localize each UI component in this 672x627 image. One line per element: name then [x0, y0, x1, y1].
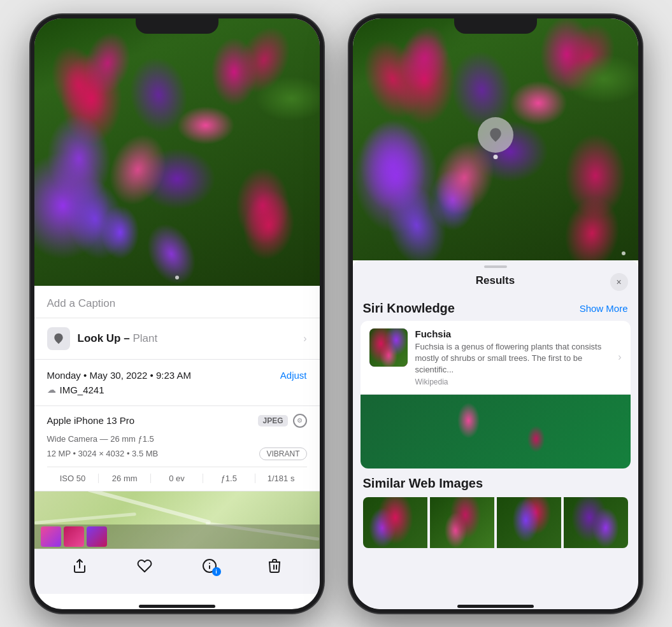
exif-shutter: 1/181 s [255, 474, 307, 483]
knowledge-card: Fuchsia Fuchsia is a genus of flowering … [361, 321, 631, 468]
web-images-section: Similar Web Images [353, 470, 638, 553]
resolution-text: 12 MP • 3024 × 4032 • 3.5 MB [47, 449, 159, 458]
show-more-button[interactable]: Show More [580, 303, 628, 314]
photo-dot-1 [175, 276, 179, 279]
fuchsia-chevron-icon: › [618, 351, 621, 363]
camera-badges: JPEG ⚙ [258, 414, 306, 428]
bottom-toolbar: i [34, 549, 320, 594]
siri-section-title: Siri Knowledge [363, 301, 455, 316]
exif-aperture: ƒ1.5 [203, 474, 255, 483]
settings-icon: ⚙ [293, 414, 307, 428]
results-sheet: Results × Siri Knowledge Show More [353, 260, 638, 609]
hardy-thumbnail [369, 402, 408, 440]
knowledge-item-fuchsia[interactable]: Fuchsia Fuchsia is a genus of flowering … [361, 321, 631, 395]
lookup-text: Look Up – Plant [78, 332, 158, 345]
exif-ev: 0 ev [151, 474, 203, 483]
web-images-grid [363, 497, 628, 548]
delete-button[interactable] [266, 557, 283, 575]
fuchsia-description: Fuchsia is a genus of flowering plants t… [415, 341, 611, 376]
vibrant-badge: VIBRANT [259, 447, 306, 460]
visual-dot [493, 155, 497, 159]
lookup-row[interactable]: Look Up – Plant › [47, 327, 307, 350]
fuchsia-title: Fuchsia [415, 328, 611, 339]
info-badge: i [212, 567, 221, 576]
map-preview[interactable] [34, 491, 320, 549]
res-row: 12 MP • 3024 × 4032 • 3.5 MB VIBRANT [47, 447, 307, 460]
date-row: Monday • May 30, 2022 • 9:23 AM Adjust [47, 370, 307, 381]
camera-detail: Wide Camera — 26 mm ƒ1.5 [47, 434, 307, 444]
close-button[interactable]: × [610, 273, 628, 291]
filename: IMG_4241 [60, 384, 104, 395]
caption-placeholder: Add a Caption [47, 297, 116, 309]
siri-section-header: Siri Knowledge Show More [353, 295, 638, 321]
phone-1: Add a Caption Look Up – Plant › [31, 15, 324, 613]
web-images-title: Similar Web Images [363, 476, 628, 491]
web-image-2[interactable] [430, 497, 494, 548]
date-section: Monday • May 30, 2022 • 9:23 AM Adjust ☁… [34, 360, 320, 406]
format-badge: JPEG [258, 415, 287, 426]
knowledge-item-hardy[interactable]: Hardy fuchsia Fuchsia magellanica, commo… [361, 395, 631, 468]
phone-notch-2 [454, 15, 537, 34]
phone-screen-1: Add a Caption Look Up – Plant › [34, 18, 320, 609]
lookup-chevron-icon: › [303, 333, 306, 344]
share-button[interactable] [71, 557, 89, 575]
camera-row: Apple iPhone 13 Pro JPEG ⚙ [47, 414, 307, 428]
home-indicator-1 [139, 605, 215, 608]
phone-notch-1 [136, 15, 218, 34]
sheet-title: Results [476, 274, 515, 287]
adjust-button[interactable]: Adjust [280, 370, 307, 381]
exif-iso: ISO 50 [47, 474, 99, 483]
camera-section: Apple iPhone 13 Pro JPEG ⚙ Wide Camera —… [34, 406, 320, 491]
web-image-3[interactable] [497, 497, 561, 548]
filename-row: ☁ IMG_4241 [47, 384, 307, 395]
web-image-1[interactable] [363, 497, 427, 548]
fuchsia-content: Fuchsia Fuchsia is a genus of flowering … [415, 328, 611, 387]
info-button[interactable]: i [201, 557, 218, 575]
lookup-icon [47, 327, 70, 350]
photo-section-1 [34, 18, 320, 286]
photo-section-2 [353, 18, 638, 260]
sheet-header: Results × [353, 268, 638, 295]
phone-2: Results × Siri Knowledge Show More [349, 15, 642, 613]
cloud-icon: ☁ [47, 384, 56, 395]
favorite-button[interactable] [136, 557, 154, 575]
exif-row: ISO 50 26 mm 0 ev ƒ1.5 1/181 s [47, 467, 307, 483]
lookup-section[interactable]: Look Up – Plant › [34, 318, 320, 360]
web-image-4[interactable] [564, 497, 628, 548]
exif-focal: 26 mm [99, 474, 151, 483]
photo-dot-2 [622, 251, 626, 255]
fuchsia-source: Wikipedia [415, 377, 611, 386]
caption-area[interactable]: Add a Caption [34, 286, 320, 318]
visual-search-button[interactable] [478, 117, 513, 153]
home-indicator-2 [457, 605, 534, 608]
date-text: Monday • May 30, 2022 • 9:23 AM [47, 370, 191, 381]
camera-model: Apple iPhone 13 Pro [47, 415, 135, 426]
phone-screen-2: Results × Siri Knowledge Show More [353, 18, 638, 609]
fuchsia-thumbnail [369, 328, 408, 367]
